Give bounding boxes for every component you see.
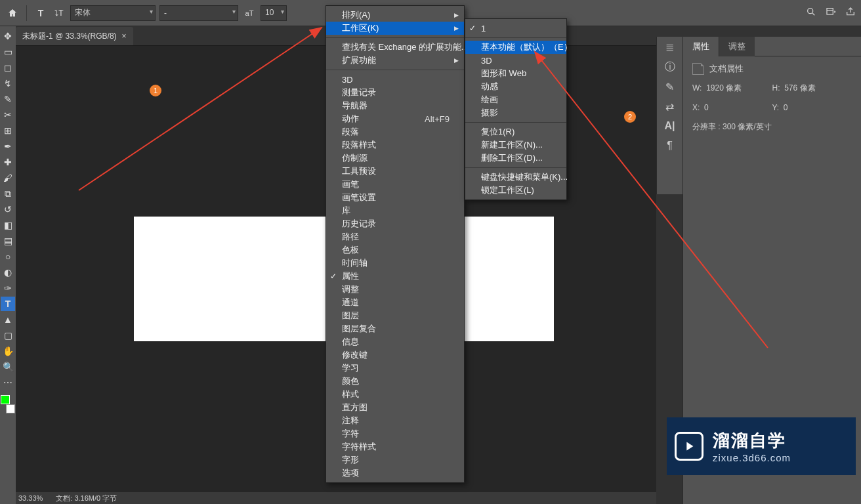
menu-panel-item[interactable]: 信息 [326,335,464,348]
menu-panel-item[interactable]: 测量记录 [326,86,464,99]
workspace-switcher-icon[interactable] [826,7,836,19]
panel-tabs: 属性 调整 [683,37,861,56]
menu-panel-item[interactable]: 字符 [326,427,464,440]
edit-toolbar-icon[interactable]: ⋯ [1,375,15,390]
font-style-input[interactable] [159,5,238,21]
quick-select-tool-icon[interactable]: ✎ [1,92,15,106]
menu-panel-item[interactable]: 画笔设置 [326,191,464,204]
bg-color-swatch[interactable] [6,404,15,413]
submenu-reset[interactable]: 复位1(R) [465,125,566,138]
menu-panel-item[interactable]: 通道 [326,296,464,309]
move-tool-icon[interactable]: ✥ [1,29,15,43]
submenu-graphic-web[interactable]: 图形和 Web [465,67,566,80]
submenu-delete-workspace[interactable]: 删除工作区(D)... [465,152,566,165]
document-tab-title: 未标题-1 @ 33.3%(RGB/8) [22,31,117,42]
menu-panel-item[interactable]: 段落样式 [326,138,464,152]
menu-panel-item[interactable]: 动作Alt+F9 [326,112,464,125]
menu-panel-item[interactable]: 直方图 [326,401,464,414]
search-icon[interactable] [806,7,816,19]
dodge-tool-icon[interactable]: ◐ [1,265,15,280]
menu-extensions[interactable]: 扩展功能 [326,54,464,67]
left-toolbar: ✥ ▭ ◻ ↯ ✎ ✂ ⊞ ✒ ✚ 🖌 ⧉ ↺ ◧ ▤ ○ ◐ ✑ T ▲ ▢ … [0,26,16,504]
close-tab-icon[interactable]: × [122,32,127,41]
healing-tool-icon[interactable]: ✚ [1,155,15,169]
frame-tool-icon[interactable]: ⊞ [1,123,15,138]
submenu-ws-1[interactable]: ✓1 [465,22,566,35]
menu-panel-item[interactable]: 调整 [326,283,464,296]
path-select-tool-icon[interactable]: ▲ [1,312,15,327]
artboard-tool-icon[interactable]: ▭ [1,45,15,59]
pen-tool-icon[interactable]: ✑ [1,281,15,295]
menu-find-extensions[interactable]: 查找有关 Exchange 的扩展功能... [326,41,464,54]
panel-icon-character[interactable]: A| [663,119,677,133]
menu-panel-item[interactable]: 修改键 [326,348,464,362]
panel-icon-info[interactable]: ⓘ [663,60,677,74]
shape-tool-icon[interactable]: ▢ [1,328,15,343]
panel-icon-1[interactable]: ≣ [663,41,677,54]
marquee-tool-icon[interactable]: ◻ [1,60,15,75]
eraser-tool-icon[interactable]: ◧ [1,218,15,232]
tab-properties[interactable]: 属性 [683,37,719,56]
menu-panel-item[interactable]: 导航器 [326,99,464,112]
menu-panel-item[interactable]: 历史记录 [326,217,464,230]
font-family-input[interactable] [70,5,156,21]
crop-tool-icon[interactable]: ✂ [1,108,15,122]
panel-icon-brush[interactable]: ✎ [663,80,677,93]
tab-adjustments[interactable]: 调整 [719,37,755,56]
menu-arrange[interactable]: 排列(A) [326,9,464,22]
submenu-new-workspace[interactable]: 新建工作区(N)... [465,138,566,152]
eyedropper-tool-icon[interactable]: ✒ [1,139,15,154]
submenu-essentials[interactable]: 基本功能（默认）（E） [465,41,566,54]
submenu-lock-workspace[interactable]: 锁定工作区(L) [465,184,566,197]
lasso-tool-icon[interactable]: ↯ [1,76,15,91]
menu-panel-item[interactable]: 字符样式 [326,440,464,453]
color-swatches[interactable] [1,395,15,413]
blur-tool-icon[interactable]: ○ [1,249,15,264]
menu-panel-item[interactable]: 画笔 [326,178,464,191]
submenu-motion[interactable]: 动感 [465,80,566,93]
submenu-painting[interactable]: 绘画 [465,93,566,106]
menu-panel-item[interactable]: 图层 [326,309,464,322]
menu-panel-item[interactable]: 字形 [326,453,464,467]
zoom-tool-icon[interactable]: 🔍 [1,360,15,374]
menu-panel-item[interactable]: 库 [326,204,464,217]
menu-panel-item[interactable]: 段落 [326,125,464,138]
menu-panel-item[interactable]: ✓属性 [326,270,464,283]
font-style-combo[interactable] [159,5,238,21]
document-tab[interactable]: 未标题-1 @ 33.3%(RGB/8) × [16,27,133,45]
menu-panel-item[interactable]: 时间轴 [326,257,464,270]
type-tool-icon[interactable]: T [1,297,15,311]
menu-workspace[interactable]: 工作区(K) [326,22,464,35]
font-family-combo[interactable] [70,5,156,21]
text-orientation-icon[interactable]: ⤵T [52,6,66,20]
font-size-input[interactable] [261,5,287,21]
submenu-3d[interactable]: 3D [465,54,566,67]
submenu-photography[interactable]: 摄影 [465,106,566,119]
history-brush-tool-icon[interactable]: ↺ [1,202,15,217]
stamp-tool-icon[interactable]: ⧉ [1,186,15,201]
menu-panel-item[interactable]: 样式 [326,388,464,401]
font-size-combo[interactable] [261,5,287,21]
submenu-keyboard-shortcuts[interactable]: 键盘快捷键和菜单(K)... [465,171,566,184]
menu-panel-item[interactable]: 注释 [326,414,464,427]
fg-color-swatch[interactable] [1,395,10,404]
panel-icon-paragraph[interactable]: ¶ [663,139,677,152]
hand-tool-icon[interactable]: ✋ [1,344,15,358]
panel-icon-adjust[interactable]: ⇄ [663,100,677,113]
menu-panel-item[interactable]: 仿制源 [326,152,464,165]
watermark-logo-icon [675,432,704,461]
menu-panel-item[interactable]: 路径 [326,230,464,243]
brush-tool-icon[interactable]: 🖌 [1,171,15,185]
menu-panel-item[interactable]: 选项 [326,467,464,480]
gradient-tool-icon[interactable]: ▤ [1,234,15,248]
menu-panel-item[interactable]: 颜色 [326,375,464,388]
share-icon[interactable] [845,7,856,19]
menu-panel-item[interactable]: 工具预设 [326,165,464,178]
home-icon[interactable] [5,6,20,20]
menu-panel-item[interactable]: 色板 [326,243,464,257]
menu-panel-item[interactable]: 3D [326,73,464,86]
menu-panel-item[interactable]: 图层复合 [326,322,464,335]
menu-panel-item[interactable]: 学习 [326,362,464,375]
status-bar: 33.33% 文档: 3.16M/0 字节 [13,492,656,504]
zoom-readout[interactable]: 33.33% [18,494,43,502]
